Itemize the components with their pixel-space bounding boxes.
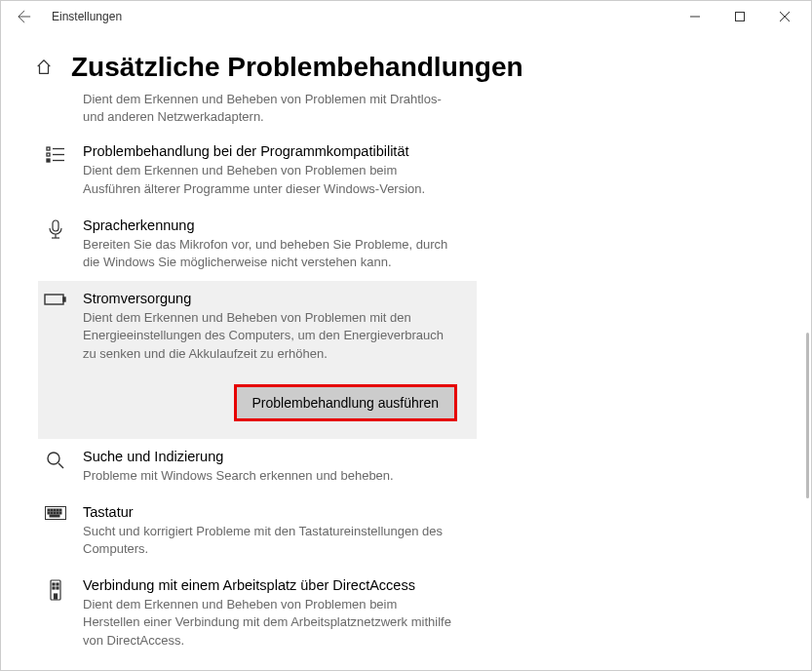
troubleshooter-item-directaccess[interactable]: Verbindung mit einem Arbeitsplatz über D…: [38, 568, 477, 659]
arrow-left-icon: [18, 10, 31, 23]
item-description: Bereiten Sie das Mikrofon vor, und beheb…: [83, 236, 457, 271]
svg-rect-1: [736, 13, 745, 21]
troubleshooter-item-network-partial[interactable]: Dient dem Erkennen und Beheben von Probl…: [38, 91, 801, 126]
content-area: Zusätzliche Problembehandlungen Dient de…: [1, 32, 811, 659]
svg-rect-30: [53, 587, 55, 589]
svg-rect-31: [57, 587, 58, 589]
minimize-button[interactable]: [673, 1, 717, 32]
svg-rect-8: [53, 220, 58, 231]
svg-rect-12: [63, 297, 65, 301]
search-icon: [42, 449, 69, 485]
troubleshooter-item-power[interactable]: Stromversorgung Dient dem Erkennen und B…: [38, 281, 477, 439]
svg-rect-29: [57, 583, 58, 585]
svg-rect-3: [47, 153, 50, 156]
maximize-button[interactable]: [717, 1, 762, 32]
item-description: Dient dem Erkennen und Beheben von Probl…: [83, 309, 457, 363]
svg-rect-19: [57, 509, 58, 511]
window-title: Einstellungen: [52, 10, 122, 23]
svg-rect-22: [51, 512, 53, 514]
home-icon: [35, 59, 53, 76]
scrollbar-thumb[interactable]: [806, 333, 809, 498]
titlebar: Einstellungen: [1, 1, 811, 32]
troubleshooter-item-speech[interactable]: Spracherkennung Bereiten Sie das Mikrofo…: [38, 208, 477, 281]
home-button[interactable]: [34, 59, 54, 76]
svg-rect-16: [48, 509, 50, 511]
battery-icon: [42, 291, 69, 421]
window-controls: [673, 1, 807, 32]
keyboard-icon: [42, 504, 69, 558]
item-description: Sucht und korrigiert Probleme mit den Ta…: [83, 523, 457, 558]
back-button[interactable]: [5, 1, 44, 32]
item-title: Spracherkennung: [83, 217, 457, 233]
svg-rect-24: [57, 512, 58, 514]
svg-rect-4: [47, 159, 50, 162]
item-title: Verbindung mit einem Arbeitsplatz über D…: [83, 577, 457, 593]
troubleshooter-item-search[interactable]: Suche und Indizierung Probleme mit Windo…: [38, 439, 477, 494]
item-title: Tastatur: [83, 504, 457, 520]
workplace-icon: [42, 577, 69, 650]
troubleshooter-item-compat[interactable]: Problembehandlung bei der Programmkompat…: [38, 134, 477, 207]
page-header: Zusätzliche Problembehandlungen: [34, 32, 811, 91]
item-description: Dient dem Erkennen und Beheben von Probl…: [83, 596, 457, 650]
microphone-icon: [42, 217, 69, 271]
page-title: Zusätzliche Problembehandlungen: [71, 52, 523, 83]
list-icon: [42, 143, 69, 197]
close-button[interactable]: [762, 1, 807, 32]
item-title: Suche und Indizierung: [83, 449, 457, 464]
item-title: Problembehandlung bei der Programmkompat…: [83, 143, 457, 159]
item-description: Dient dem Erkennen und Beheben von Probl…: [83, 162, 457, 197]
svg-rect-11: [45, 295, 63, 304]
button-label: Problembehandlung ausführen: [252, 395, 439, 411]
troubleshooter-item-keyboard[interactable]: Tastatur Sucht und korrigiert Probleme m…: [38, 494, 477, 568]
svg-rect-18: [54, 509, 56, 511]
svg-rect-2: [47, 147, 50, 150]
svg-line-14: [58, 463, 63, 468]
svg-rect-21: [48, 512, 50, 514]
svg-rect-26: [50, 515, 59, 517]
svg-rect-20: [59, 509, 61, 511]
maximize-icon: [735, 12, 745, 21]
svg-rect-28: [53, 583, 55, 585]
close-icon: [780, 12, 790, 21]
minimize-icon: [690, 12, 700, 21]
item-title: Stromversorgung: [83, 291, 457, 306]
item-description: Probleme mit Windows Search erkennen und…: [83, 467, 457, 485]
svg-rect-25: [59, 512, 61, 514]
svg-point-13: [48, 453, 59, 464]
item-description: Dient dem Erkennen und Beheben von Probl…: [38, 91, 477, 126]
run-troubleshooter-button[interactable]: Problembehandlung ausführen: [234, 384, 457, 421]
svg-rect-17: [51, 509, 53, 511]
troubleshooter-list: Dient dem Erkennen und Beheben von Probl…: [34, 91, 811, 659]
svg-rect-23: [54, 512, 56, 514]
svg-rect-32: [55, 594, 58, 599]
